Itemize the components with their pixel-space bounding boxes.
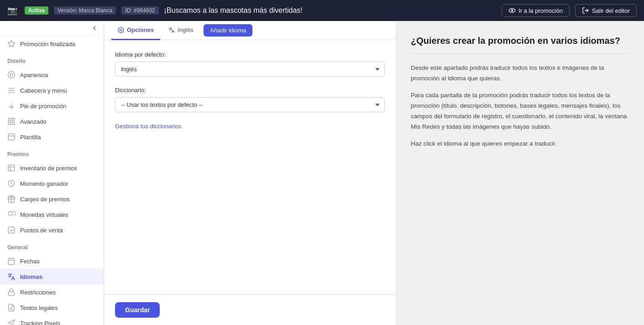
svg-point-3 [10, 73, 13, 76]
sidebar-item-avanzado[interactable]: Avanzado [0, 114, 104, 129]
badge-version-label: Versión: [58, 7, 77, 14]
sidebar-item-canjeo[interactable]: Canjeo de premios [0, 191, 104, 207]
translate-tab-icon [168, 27, 175, 33]
tab-ingles-label: Inglés [178, 26, 194, 33]
svg-point-2 [8, 72, 15, 79]
diccionario-group: Diccionario: -- Usar los textos por defe… [115, 87, 385, 112]
tabs-bar: Opciones Inglés Añadir idioma [104, 21, 396, 40]
momento-label: Momento ganador [20, 180, 68, 187]
idioma-select[interactable]: Inglés Español Francés Alemán Italiano P… [115, 62, 385, 77]
badge-version: Versión: Marca Blanca [54, 6, 116, 15]
legal-icon [7, 304, 16, 312]
tab-add-language-button[interactable]: Añadir idioma [204, 24, 253, 37]
footer-icon [7, 102, 16, 110]
right-panel-title: ¿Quieres crear la promoción en varios id… [411, 36, 629, 46]
gear-icon [118, 27, 124, 33]
sidebar-item-idiomas[interactable]: Idiomas [0, 269, 104, 284]
pie-label: Pie de promoción [20, 103, 66, 110]
advanced-icon [7, 117, 16, 126]
right-panel-para3: Haz click el idioma al que quieres empez… [411, 139, 629, 149]
inventory-icon [7, 164, 16, 172]
right-panel-para1: Desde este apartado podrás traducir todo… [411, 63, 629, 84]
form-content: Idioma por defecto: Inglés Español Franc… [104, 40, 396, 294]
sidebar-item-fechas[interactable]: Fechas [0, 253, 104, 269]
main-layout: Promoción finalizada Diseño Apariencia C… [0, 21, 644, 325]
right-panel-body: Desde este apartado podrás traducir todo… [411, 63, 629, 149]
sidebar-item-pie[interactable]: Pie de promoción [0, 98, 104, 114]
idioma-label: Idioma por defecto: [115, 51, 385, 58]
tracking-label: Tracking Pixels [20, 320, 60, 325]
sidebar-item-textos-legales[interactable]: Textos legales [0, 300, 104, 315]
exit-editor-button[interactable]: Salir del editor [575, 4, 637, 17]
inventario-label: Inventario de premios [20, 165, 77, 172]
idioma-group: Idioma por defecto: Inglés Español Franc… [115, 51, 385, 77]
sidebar-item-cabecera[interactable]: Cabecera y menú [0, 83, 104, 98]
plantilla-label: Plantilla [20, 134, 41, 141]
restrictions-icon [7, 288, 16, 296]
idiomas-label: Idiomas [20, 273, 42, 280]
tracking-icon [7, 319, 16, 325]
sidebar-item-monedas[interactable]: Monedas virtuales [0, 207, 104, 222]
redeem-icon [7, 195, 16, 203]
sidebar-item-restricciones[interactable]: Restricciones [0, 284, 104, 300]
fechas-label: Fechas [20, 258, 40, 265]
svg-point-1 [511, 10, 513, 11]
sidebar: Promoción finalizada Diseño Apariencia C… [0, 21, 104, 325]
svg-rect-9 [12, 122, 15, 125]
svg-rect-18 [8, 227, 15, 233]
textos-legales-label: Textos legales [20, 304, 58, 311]
restricciones-label: Restricciones [20, 289, 56, 296]
sidebar-item-promo-finalizada[interactable]: Promoción finalizada [0, 36, 104, 52]
promo-finalizada-label: Promoción finalizada [20, 41, 75, 47]
pos-icon [7, 226, 16, 234]
sidebar-item-tracking[interactable]: Tracking Pixels [0, 315, 104, 325]
section-diseno: Diseño [0, 52, 104, 67]
guardar-button[interactable]: Guardar [115, 302, 160, 318]
monedas-label: Monedas virtuales [20, 211, 68, 218]
winner-icon [7, 179, 16, 188]
badge-id: ID: #984602 [121, 6, 158, 15]
topbar-title: ¡Buscamos a las mascotas más divertidas! [164, 6, 497, 15]
canjeo-label: Canjeo de premios [20, 196, 70, 203]
chevron-left-icon [91, 25, 98, 32]
svg-rect-19 [8, 258, 15, 265]
content-area: Opciones Inglés Añadir idioma Idioma por… [104, 21, 644, 325]
exit-editor-label: Salir del editor [592, 7, 630, 14]
section-general: General [0, 238, 104, 253]
svg-rect-11 [8, 134, 15, 140]
svg-rect-7 [8, 118, 10, 121]
apariencia-label: Apariencia [20, 72, 48, 79]
sidebar-item-puntos[interactable]: Puntos de venta [0, 222, 104, 238]
topbar: 📷 Activa Versión: Marca Blanca ID: #9846… [0, 0, 644, 21]
right-panel: ¿Quieres crear la promoción en varios id… [396, 21, 644, 325]
eye-icon [508, 7, 516, 14]
sidebar-collapse-btn[interactable] [0, 21, 104, 36]
right-panel-para2: Para cada pantalla de la promoción podrá… [411, 90, 629, 132]
tab-opciones-label: Opciones [127, 26, 154, 33]
sidebar-item-apariencia[interactable]: Apariencia [0, 67, 104, 83]
diccionario-select[interactable]: -- Usar los textos por defecto -- [115, 97, 385, 112]
cabecera-label: Cabecera y menú [20, 87, 67, 94]
section-premios: Premios [0, 145, 104, 160]
tab-opciones[interactable]: Opciones [111, 21, 160, 40]
template-icon [7, 133, 16, 141]
svg-point-32 [120, 29, 122, 31]
badge-version-value: Marca Blanca [79, 7, 112, 14]
svg-rect-23 [8, 292, 15, 295]
exit-icon [582, 7, 589, 14]
appearance-icon [7, 71, 16, 79]
preview-button[interactable]: Ir a la promoción [502, 4, 570, 17]
diccionario-label: Diccionario: [115, 87, 385, 94]
manage-dictionaries-link[interactable]: Gestiona tus diccionarios [115, 123, 181, 130]
sidebar-item-momento[interactable]: Momento ganador [0, 176, 104, 191]
badge-activa: Activa [25, 6, 48, 15]
avanzado-label: Avanzado [20, 118, 47, 125]
svg-rect-8 [12, 118, 15, 121]
coins-icon [7, 210, 16, 219]
sidebar-item-plantilla[interactable]: Plantilla [0, 129, 104, 145]
svg-rect-13 [8, 165, 15, 171]
tab-add-label: Añadir idioma [210, 27, 246, 34]
languages-icon [7, 273, 16, 281]
sidebar-item-inventario[interactable]: Inventario de premios [0, 160, 104, 176]
tab-ingles[interactable]: Inglés [162, 21, 200, 40]
